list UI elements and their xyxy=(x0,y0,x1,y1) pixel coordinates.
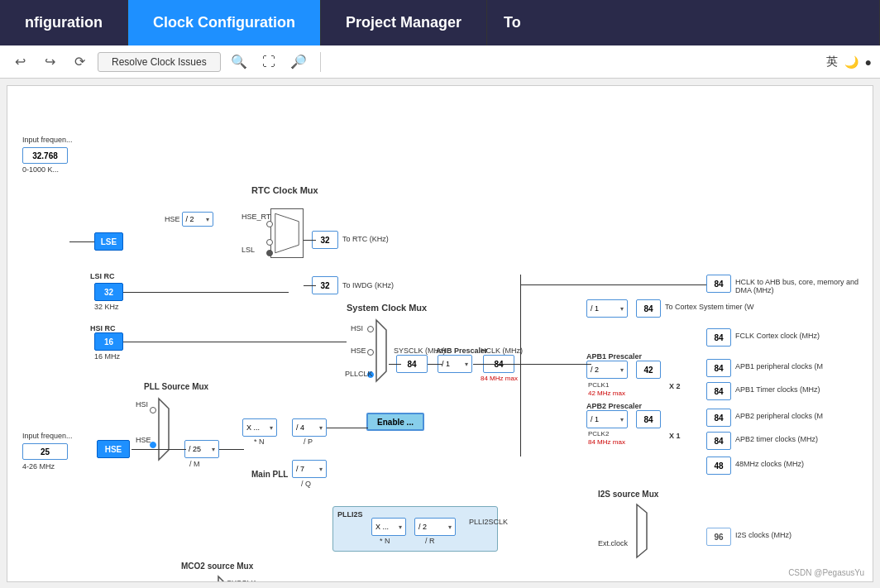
lse-box[interactable]: LSE xyxy=(94,232,123,251)
wire-m-to-n xyxy=(219,449,244,450)
apb2-periph-val[interactable]: 84 xyxy=(706,409,731,427)
pll-n-sel[interactable]: X ... ▾ xyxy=(242,418,277,437)
hse-value-box[interactable]: 32.768 xyxy=(22,147,68,164)
wire-h-ahb xyxy=(520,284,706,285)
fclk-desc: FCLK Cortex clock (MHz) xyxy=(735,332,820,340)
i2s-n-mult-label: * N xyxy=(380,537,390,545)
rtc-mux-shape xyxy=(270,208,304,258)
wire-sysclk xyxy=(389,364,401,365)
apb1-pre-sel[interactable]: / 2 ▾ xyxy=(586,361,628,379)
undo-button[interactable]: ↩ xyxy=(8,50,31,74)
pclk1-max-label: 42 MHz max xyxy=(588,390,625,397)
wire-lse xyxy=(69,241,94,242)
tab-clock-config[interactable]: Clock Configuration xyxy=(128,0,321,45)
cortex-chevron-icon: ▾ xyxy=(620,305,624,313)
pll-range-label: 4-26 MHz xyxy=(22,462,55,471)
clock-canvas: Input frequen... 32.768 0-1000 K... LSE … xyxy=(7,85,873,582)
apb1-periph-val[interactable]: 84 xyxy=(706,359,731,377)
pclk1-label: PCLK1 xyxy=(588,381,609,389)
hsi-box[interactable]: 16 xyxy=(94,332,123,351)
pllclk-label: PLLCLK xyxy=(345,370,373,378)
hse-freq-label: Input frequen... xyxy=(22,136,73,144)
pll-q-chevron-icon: ▾ xyxy=(319,466,323,473)
wire-hclk-long xyxy=(473,364,591,365)
lsl-label: LSL xyxy=(242,246,255,254)
pll-p-sel[interactable]: / 4 ▾ xyxy=(292,418,327,437)
rtc-mux-label: RTC Clock Mux xyxy=(251,185,318,195)
pll-q-sel[interactable]: / 7 ▾ xyxy=(292,460,327,478)
ahb-pre-sel[interactable]: / 1 ▾ xyxy=(438,355,472,373)
apb2-timer-val[interactable]: 84 xyxy=(706,432,731,450)
i2s-r-sel[interactable]: / 2 ▾ xyxy=(414,518,456,536)
apb1-pclk-val[interactable]: 42 xyxy=(636,361,661,379)
mco2-mux-label: MCO2 source Mux xyxy=(181,562,253,571)
apb1-periph-desc: APB1 peripheral clocks (M xyxy=(735,362,823,370)
fullscreen-button[interactable]: ⛶ xyxy=(257,50,280,74)
hsi-rc-label: HSI RC xyxy=(90,324,116,332)
wire-p-to-enable xyxy=(327,428,368,428)
apb1-timer-desc: APB1 Timer clocks (MHz) xyxy=(735,385,820,394)
ext-clock-label: Ext.clock xyxy=(598,539,628,547)
hclk-ahb-desc: HCLK to AHB bus, core, memory and DMA (M… xyxy=(735,278,873,294)
ahb-chevron-icon: ▾ xyxy=(465,361,468,368)
pll-source-mux-shape xyxy=(156,396,171,462)
to-rtc-label: To RTC (KHz) xyxy=(342,235,389,243)
resolve-clock-button[interactable]: Resolve Clock Issues xyxy=(98,52,221,72)
i2s-n-sel[interactable]: X ... ▾ xyxy=(371,518,406,536)
wire-iwdg xyxy=(304,285,316,286)
hse-main-box[interactable]: HSE xyxy=(97,440,130,458)
hse-pll-label: HSE xyxy=(136,436,151,444)
clk48-val[interactable]: 48 xyxy=(706,457,731,475)
svg-marker-0 xyxy=(275,213,299,253)
refresh-button[interactable]: ⟳ xyxy=(68,50,91,74)
cortex-div-sel[interactable]: / 1 ▾ xyxy=(586,299,628,318)
apb2-pclk-val[interactable]: 84 xyxy=(636,410,661,428)
tab-configuration[interactable]: nfiguration xyxy=(0,0,128,45)
wire-rtc xyxy=(304,240,316,241)
pll-p-chevron-icon: ▾ xyxy=(319,424,323,432)
to-iwdg-label: To IWDG (KHz) xyxy=(342,281,394,289)
zoom-out-button[interactable]: 🔎 xyxy=(287,50,310,74)
hsi-pll-label: HSI xyxy=(136,400,148,409)
tab-project-manager[interactable]: Project Manager xyxy=(321,0,487,45)
i2s-clk-val[interactable]: 96 xyxy=(706,528,731,546)
cortex-val[interactable]: 84 xyxy=(636,299,661,318)
hse-div2-sel[interactable]: / 2 ▾ xyxy=(182,212,213,227)
tab-tools[interactable]: To xyxy=(487,0,880,45)
sysclk-opt-label: SYSCLK xyxy=(227,579,256,582)
pll-val-box[interactable]: 25 xyxy=(22,443,68,460)
pll-source-label: PLL Source Mux xyxy=(144,382,208,391)
apb2-timer-desc: APB2 timer clocks (MHz) xyxy=(735,435,818,443)
zoom-fit-button[interactable]: 🔍 xyxy=(227,50,251,74)
node-lsl xyxy=(266,250,273,256)
apb2-periph-desc: APB2 peripheral clocks (M xyxy=(735,412,823,420)
fclk-val[interactable]: 84 xyxy=(706,328,731,347)
x1-label: X 1 xyxy=(669,432,681,440)
pll-freq-label: Input frequen... xyxy=(22,432,73,440)
enable-btn[interactable]: Enable ... xyxy=(366,413,424,431)
hse-node-sys xyxy=(367,349,374,356)
node-lse xyxy=(266,221,273,227)
hclk-ahb-val[interactable]: 84 xyxy=(706,275,731,293)
hsi-pll-node xyxy=(150,407,156,414)
sys-mux-label: System Clock Mux xyxy=(347,303,427,313)
pll-m-sel[interactable]: / 25 ▾ xyxy=(184,440,219,458)
lsi-freq-label: 32 KHz xyxy=(94,303,119,311)
toolbar-right-controls: 英 🌙 ● xyxy=(826,55,872,69)
lsi-box[interactable]: 32 xyxy=(94,283,123,301)
wire-ahb xyxy=(428,364,442,365)
apb1-chevron-icon: ▾ xyxy=(620,366,624,374)
pll-m-label: / M xyxy=(189,460,200,468)
toolbar: ↩ ↪ ⟳ Resolve Clock Issues 🔍 ⛶ 🔎 英 🌙 ● xyxy=(0,45,880,79)
toolbar-separator xyxy=(320,52,321,72)
chevron-down-icon: ▾ xyxy=(206,216,209,223)
hse-div2-group: HSE / 2 ▾ xyxy=(165,212,213,227)
apb1-timer-val[interactable]: 84 xyxy=(706,382,731,400)
wire-to-m xyxy=(171,449,186,450)
apb2-pre-sel[interactable]: / 1 ▾ xyxy=(586,410,628,428)
hse-pll-node xyxy=(150,442,156,448)
hse-range-label: 0-1000 K... xyxy=(22,165,59,174)
plli2sclk-label: PLLI2SCLK xyxy=(469,518,508,526)
pclk2-max-label: 84 MHz max xyxy=(588,438,625,446)
redo-button[interactable]: ↪ xyxy=(38,50,61,74)
